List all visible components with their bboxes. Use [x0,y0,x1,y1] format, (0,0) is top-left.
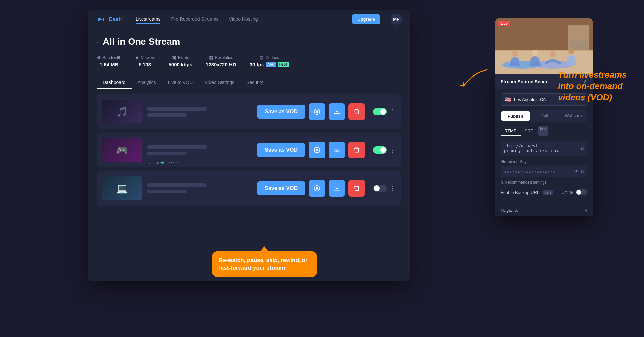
sss-container: Live Stream Source Setup ∧ 🇺🇸 Los Angele… [495,18,593,216]
linked-text: ✓ Linked [148,161,164,165]
mode-tabs: Publish Pull Webcam [501,110,587,122]
show-key-icon[interactable]: 👁 [574,169,579,174]
live-preview: Live [495,18,593,74]
streaming-key-field: xxxxxxxxxxxxxxxxxxx 👁 ⧉ [501,166,587,177]
mode-tab-webcam[interactable]: Webcam [559,110,587,122]
stream-toggle[interactable] [373,185,387,192]
resolution-icon: ▦ [209,55,213,60]
nav-livestreams[interactable]: Livestreams [136,15,160,24]
svg-point-2 [316,110,318,113]
backup-url-toggle[interactable] [576,189,587,195]
beta-badge: beta [538,126,548,136]
stream-info [147,183,252,193]
office-thumbnail: 💻 [102,176,142,200]
download-button[interactable] [329,103,345,120]
upgrade-button[interactable]: Upgrade [352,14,380,24]
sss-body: 🇺🇸 Los Angeles, CA ▾ Publish Pull Webcam… [495,89,593,204]
backup-url-row: Enable Backup URL beta Offline [501,189,587,195]
stream-info [147,107,252,117]
page-title-row: ‹ All in One Stream [97,36,401,47]
stats-row: ⊗ Bandwidth 1.64 MB 👁 Viewers 5,103 ▣ Bi… [97,55,401,67]
nav-prerecorded[interactable]: Pre-Recorded Streams [171,15,218,24]
svg-point-18 [568,48,574,54]
location-flag: 🇺🇸 [505,96,511,103]
svg-point-17 [550,51,556,57]
bitrate-label: Bitrate [178,55,189,60]
mode-tab-pull[interactable]: Pull [530,110,559,122]
stream-actions: Save as VOD [257,103,365,120]
back-button[interactable]: ‹ [97,38,99,45]
avatar-button[interactable]: MP [391,14,402,25]
copy-key-icon[interactable]: ⧉ [581,169,584,174]
rtmp-url-field: rtmp://us-west-primary.castr.io/static ⧉ [501,141,587,156]
live-image: Live [495,18,593,74]
delete-button[interactable] [348,142,365,158]
yoga-scene [495,18,593,74]
tab-live-to-vod[interactable]: Live to VOD [162,76,199,89]
preview-button[interactable] [309,103,325,120]
nav-bar: Castr Livestreams Pre-Recorded Streams V… [88,10,410,28]
badge-h264: H264 [278,62,289,67]
stream-info [147,145,252,155]
stat-bandwidth: ⊗ Bandwidth 1.64 MB [97,55,121,67]
playback-label: Playback [501,208,518,213]
svg-point-15 [512,50,518,56]
open-link[interactable]: Open ↗ [166,161,179,165]
tooltip-text: Re-watch, pause, skip, rewind, or fast-f… [219,257,307,271]
preview-button[interactable] [309,180,325,197]
save-vod-button[interactable]: Save as VOD [257,143,305,157]
svg-point-6 [316,187,318,189]
logo-text: Castr [109,16,122,22]
page-title: All in One Stream [103,36,180,47]
linked-badge: ✓ Linked Open ↗ [148,161,179,165]
preview-button[interactable] [309,142,325,158]
stream-sub-placeholder [147,113,187,117]
copy-url-icon[interactable]: ⧉ [581,146,584,151]
stream-menu-button[interactable]: ⋮ [389,108,395,115]
delete-button[interactable] [348,180,365,197]
stream-toggle-col: ⋮ [373,185,395,192]
svg-rect-1 [103,18,104,21]
sss-title: Stream Source Setup [501,79,547,84]
delete-button[interactable] [348,103,365,120]
playback-row[interactable]: Playback ▾ [495,204,593,216]
playback-chevron-icon: ▾ [585,208,587,213]
tooltip-bubble: Re-watch, pause, skip, rewind, or fast-f… [212,251,317,277]
tab-dashboard[interactable]: Dashboard [97,76,132,89]
download-button[interactable] [329,180,345,197]
streaming-key-value: xxxxxxxxxxxxxxxxxxx [504,169,556,174]
stream-menu-button[interactable]: ⋮ [389,185,395,192]
mode-tab-publish[interactable]: Publish [501,111,530,121]
tab-security[interactable]: Security [240,76,269,89]
stream-thumbnail: 🎵 [102,100,142,123]
recommended-settings-text: ⊙ Recommended settings [501,180,546,185]
rtmp-url-text: rtmp://us-west-primary.castr.io/static [504,144,581,153]
bitrate-icon: ▣ [172,55,176,60]
codecs-label: Codecs [265,55,279,60]
nav-video-hosting[interactable]: Video Hosting [229,15,258,24]
stream-actions: Save as VOD [257,142,365,158]
recommended-settings[interactable]: ⊙ Recommended settings [501,180,587,185]
stream-card: 🎵 Save as VOD [97,94,401,129]
proto-tab-srt[interactable]: SRT [521,126,537,136]
codec-badges: AAC H264 [266,62,289,67]
save-vod-button[interactable]: Save as VOD [257,105,305,119]
page-content: ‹ All in One Stream ⊗ Bandwidth 1.64 MB … [88,28,410,214]
tab-analytics[interactable]: Analytics [132,76,162,89]
proto-tab-rtmp[interactable]: RTMP [501,126,521,136]
stream-toggle[interactable] [373,108,387,115]
stream-toggle[interactable] [373,146,387,154]
curved-arrow-svg [457,66,494,93]
backup-url-label: Enable Backup URL beta [501,190,553,195]
location-display: 🇺🇸 Los Angeles, CA [505,96,546,103]
viewers-label: Viewers [141,55,155,60]
bandwidth-icon: ⊗ [97,55,101,60]
save-vod-button[interactable]: Save as VOD [257,181,305,195]
stream-menu-button[interactable]: ⋮ [389,146,395,154]
svg-point-16 [532,50,538,56]
download-button[interactable] [329,142,345,158]
offline-status: Offline [562,190,573,195]
stream-card: 💻 Save as VOD [97,171,401,206]
tab-video-settings[interactable]: Video Settings [199,76,240,89]
key-icons: 👁 ⧉ [574,169,584,174]
